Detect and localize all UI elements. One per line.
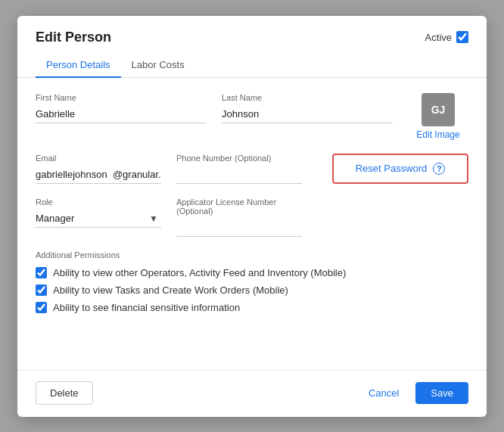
permission-label-2: Ability to view Tasks and Create Work Or… [53, 284, 288, 296]
footer-right: Cancel Save [359, 382, 468, 404]
permission-checkbox-1[interactable] [36, 267, 47, 278]
reset-password-help-icon[interactable]: ? [433, 163, 445, 175]
role-select-wrapper: Manager Operator Admin ▼ [36, 210, 161, 228]
permissions-section: Additional Permissions Ability to view o… [36, 250, 468, 313]
active-label: Active [425, 32, 452, 43]
tab-person-details[interactable]: Person Details [36, 53, 121, 78]
tabs-bar: Person Details Labor Costs [17, 45, 487, 78]
edit-person-modal: Edit Person Active Person Details Labor … [17, 16, 487, 417]
first-name-input[interactable] [36, 105, 207, 123]
phone-label: Phone Number (Optional) [176, 154, 302, 163]
email-phone-row: Email Phone Number (Optional) Reset Pass… [36, 154, 468, 184]
first-name-label: First Name [36, 93, 207, 102]
delete-button[interactable]: Delete [36, 381, 93, 405]
applicator-group: Applicator License Number (Optional) [176, 197, 302, 237]
role-select[interactable]: Manager Operator Admin [36, 210, 161, 228]
phone-group: Phone Number (Optional) [176, 154, 302, 184]
modal-footer: Delete Cancel Save [17, 370, 487, 417]
email-input[interactable] [36, 166, 161, 184]
phone-input[interactable] [176, 166, 302, 184]
permission-label-1: Ability to view other Operators, Activit… [53, 267, 346, 278]
permission-checkbox-3[interactable] [36, 302, 47, 313]
applicator-input[interactable] [176, 219, 302, 237]
save-button[interactable]: Save [415, 382, 468, 404]
reset-password-col: Reset Password ? [317, 154, 468, 184]
active-checkbox[interactable] [456, 31, 468, 43]
modal-overlay: Edit Person Active Person Details Labor … [0, 0, 504, 432]
email-group: Email [36, 154, 161, 184]
last-name-group: Last Name [222, 93, 393, 123]
role-license-row: Role Manager Operator Admin ▼ Applicator… [36, 197, 468, 237]
active-row: Active [425, 31, 468, 43]
reset-password-box: Reset Password ? [332, 154, 468, 184]
permission-label-3: Ability to see financial sensitive infor… [53, 302, 240, 313]
modal-title: Edit Person [36, 30, 111, 45]
permission-checkbox-2[interactable] [36, 284, 47, 296]
modal-header: Edit Person Active [17, 16, 487, 45]
role-label: Role [36, 197, 161, 207]
cancel-button[interactable]: Cancel [359, 382, 408, 404]
last-name-label: Last Name [222, 93, 393, 102]
last-name-input[interactable] [222, 105, 393, 123]
avatar-section: GJ Edit Image [408, 93, 468, 140]
email-label: Email [36, 154, 161, 163]
role-group: Role Manager Operator Admin ▼ [36, 197, 161, 228]
applicator-label: Applicator License Number (Optional) [176, 197, 302, 216]
modal-body: First Name Last Name GJ Edit Image Email [17, 78, 487, 370]
edit-image-link[interactable]: Edit Image [416, 129, 459, 140]
permission-item-1: Ability to view other Operators, Activit… [36, 267, 468, 278]
avatar: GJ [422, 93, 455, 126]
name-row: First Name Last Name GJ Edit Image [36, 93, 468, 140]
permission-item-2: Ability to view Tasks and Create Work Or… [36, 284, 468, 296]
permissions-title: Additional Permissions [36, 250, 468, 260]
reset-password-button[interactable]: Reset Password [356, 163, 428, 174]
first-name-group: First Name [36, 93, 207, 123]
tab-labor-costs[interactable]: Labor Costs [121, 53, 195, 78]
permission-item-3: Ability to see financial sensitive infor… [36, 302, 468, 313]
